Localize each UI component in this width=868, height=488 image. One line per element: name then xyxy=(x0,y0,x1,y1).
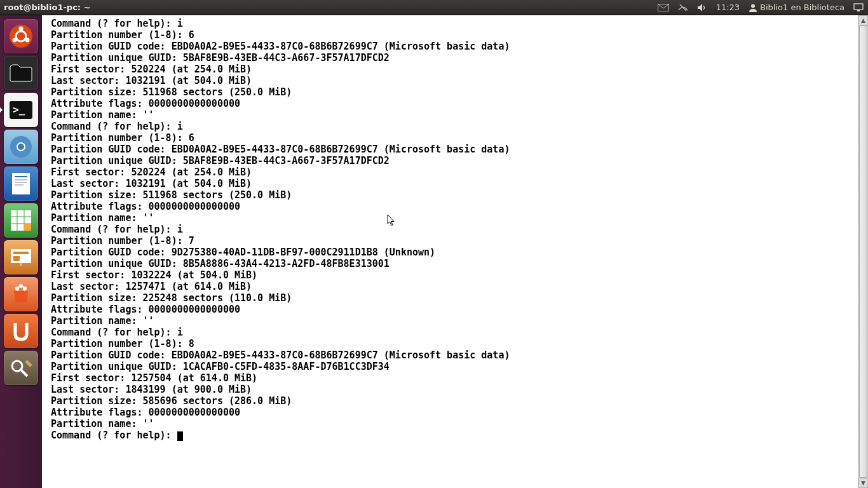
terminal-line: First sector: 1257504 (at 614.0 MiB) xyxy=(51,372,858,384)
terminal-icon: >_ xyxy=(8,100,34,120)
svg-rect-25 xyxy=(24,224,31,231)
ubuntu-logo-icon xyxy=(8,24,34,49)
launcher-writer[interactable] xyxy=(4,166,38,201)
terminal-output[interactable]: Command (? for help): iPartition number … xyxy=(42,15,858,488)
terminal-line: Partition name: '' xyxy=(51,418,858,430)
scroll-down-arrow[interactable]: ▼ xyxy=(858,478,868,488)
svg-rect-4 xyxy=(857,10,860,11)
terminal-line: Partition GUID code: EBD0A0A2-B9E5-4433-… xyxy=(51,144,858,155)
terminal-line: Command (? for help): i xyxy=(51,18,858,29)
terminal-cursor xyxy=(177,431,183,441)
terminal-line: Partition GUID code: 9D275380-40AD-11DB-… xyxy=(51,247,858,258)
terminal-line: Last sector: 1257471 (at 614.0 MiB) xyxy=(51,281,858,292)
terminal-line: Last sector: 1032191 (at 504.0 MiB) xyxy=(51,178,858,189)
terminal-line: Attribute flags: 0000000000000000 xyxy=(51,407,858,418)
mail-icon xyxy=(658,4,669,11)
terminal-line: Command (? for help): xyxy=(51,430,858,441)
svg-point-7 xyxy=(19,27,24,31)
launcher-files[interactable] xyxy=(4,56,38,90)
terminal-line: Partition unique GUID: 5BAF8E9B-43EB-44C… xyxy=(51,52,858,64)
svg-point-30 xyxy=(15,287,19,290)
terminal-line: Partition number (1-8): 7 xyxy=(51,235,858,247)
terminal-line: Partition GUID code: EBD0A0A2-B9E5-4433-… xyxy=(51,41,858,52)
terminal-line: Partition GUID code: EBD0A0A2-B9E5-4433-… xyxy=(51,349,858,361)
terminal-line: Command (? for help): i xyxy=(51,327,858,338)
sound-indicator[interactable] xyxy=(693,0,712,15)
terminal-line: Partition name: '' xyxy=(51,212,858,224)
clock[interactable]: 11:23 xyxy=(712,0,744,15)
launcher-chromium[interactable] xyxy=(4,130,38,164)
terminal-line: Attribute flags: 0000000000000000 xyxy=(51,98,858,109)
launcher-system-settings[interactable] xyxy=(4,351,38,385)
terminal-line: Partition unique GUID: 8B5A8886-43A4-421… xyxy=(51,258,858,269)
vertical-scrollbar[interactable]: ▲ ▼ xyxy=(858,15,868,488)
user-label: Biblio1 en Biblioteca xyxy=(760,3,844,12)
impress-icon xyxy=(10,248,32,267)
terminal-line: Partition name: '' xyxy=(51,315,858,327)
svg-rect-3 xyxy=(854,4,863,10)
window-title: root@biblio1-pc: ~ xyxy=(0,3,90,12)
unity-launcher: >_ xyxy=(0,15,42,488)
speaker-icon xyxy=(697,3,707,12)
svg-point-14 xyxy=(18,144,24,150)
chromium-icon xyxy=(9,135,33,159)
launcher-terminal[interactable]: >_ xyxy=(4,93,38,127)
ubuntu-one-icon xyxy=(11,320,31,342)
svg-point-32 xyxy=(19,284,23,288)
svg-point-2 xyxy=(751,4,755,8)
launcher-impress[interactable] xyxy=(4,240,38,274)
terminal-window: Command (? for help): iPartition number … xyxy=(42,15,868,488)
user-menu[interactable]: Biblio1 en Biblioteca xyxy=(744,0,849,15)
terminal-line: Command (? for help): i xyxy=(51,224,858,235)
svg-point-31 xyxy=(23,287,27,290)
terminal-line: Attribute flags: 0000000000000000 xyxy=(51,304,858,315)
terminal-line: Last sector: 1032191 (at 504.0 MiB) xyxy=(51,75,858,86)
monitor-icon xyxy=(853,3,864,12)
top-panel: root@biblio1-pc: ~ 11:23 Biblio1 en Bibl… xyxy=(0,0,868,15)
terminal-line: Partition size: 511968 sectors (250.0 Mi… xyxy=(51,86,858,98)
terminal-line: First sector: 1032224 (at 504.0 MiB) xyxy=(51,269,858,281)
svg-line-34 xyxy=(21,370,27,376)
svg-text:>_: >_ xyxy=(13,104,25,116)
shopping-bag-icon xyxy=(10,283,32,305)
svg-point-33 xyxy=(12,361,22,371)
terminal-line: Last sector: 1843199 (at 900.0 MiB) xyxy=(51,384,858,395)
network-disconnected-icon xyxy=(678,3,688,12)
writer-icon xyxy=(11,172,31,196)
svg-point-9 xyxy=(13,38,17,43)
shutdown-menu[interactable] xyxy=(849,0,868,15)
launcher-calc[interactable] xyxy=(4,203,38,238)
user-icon xyxy=(749,3,757,12)
terminal-line: Partition size: 511968 sectors (250.0 Mi… xyxy=(51,189,858,201)
terminal-line: Partition size: 225248 sectors (110.0 Mi… xyxy=(51,292,858,304)
calc-icon xyxy=(10,210,32,231)
terminal-line: First sector: 520224 (at 254.0 MiB) xyxy=(51,166,858,178)
scroll-up-arrow[interactable]: ▲ xyxy=(858,15,868,25)
terminal-line: Partition number (1-8): 6 xyxy=(51,132,858,144)
launcher-dash[interactable] xyxy=(4,19,38,53)
terminal-line: First sector: 520224 (at 254.0 MiB) xyxy=(51,64,858,75)
terminal-line: Attribute flags: 0000000000000000 xyxy=(51,201,858,212)
terminal-line: Partition name: '' xyxy=(51,109,858,121)
folder-icon xyxy=(9,64,33,83)
terminal-line: Command (? for help): i xyxy=(51,121,858,132)
mail-indicator[interactable] xyxy=(653,0,674,15)
terminal-line: Partition number (1-8): 8 xyxy=(51,338,858,349)
magnifier-wrench-icon xyxy=(10,358,32,377)
svg-rect-28 xyxy=(13,256,20,261)
launcher-software-center[interactable] xyxy=(4,277,38,311)
svg-point-8 xyxy=(25,38,30,43)
scroll-track[interactable] xyxy=(858,25,868,478)
terminal-line: Partition size: 585696 sectors (286.0 Mi… xyxy=(51,395,858,407)
terminal-line: Partition unique GUID: 1CACAFB0-C5FD-483… xyxy=(51,361,858,372)
terminal-line: Partition number (1-8): 6 xyxy=(51,29,858,41)
scroll-thumb[interactable] xyxy=(859,25,867,478)
terminal-line: Partition unique GUID: 5BAF8E9B-43EB-44C… xyxy=(51,155,858,166)
svg-rect-27 xyxy=(13,252,29,254)
network-indicator[interactable] xyxy=(674,0,693,15)
launcher-ubuntu-one[interactable] xyxy=(4,314,38,348)
